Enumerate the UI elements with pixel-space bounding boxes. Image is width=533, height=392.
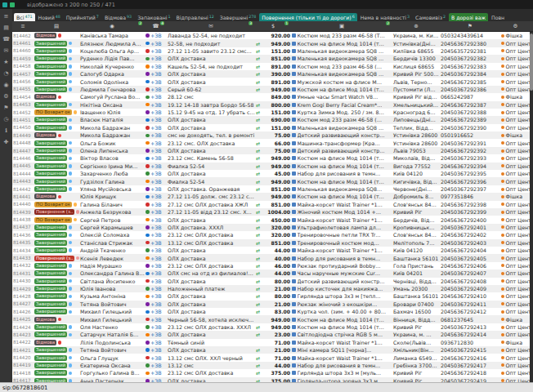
contact-link[interactable]: +ЗВ (145, 339, 167, 346)
table-row[interactable]: 814462ВідмоваКанівська Тамара+ЗВЛаванда … (12, 32, 533, 39)
table-row[interactable]: 814433Повернений (з..Ксенія Леведюк+ЗВОЛ… (12, 254, 533, 261)
table-row[interactable]: 814434ЗавершенийАндрій Ткаченко+ЗВОЛХ до… (12, 247, 533, 254)
call-link[interactable]: +ЗВ (150, 232, 162, 238)
table-row[interactable]: 814428ЗавершенийКузьма Антоніна+ЗВОЛХ до… (12, 292, 533, 300)
table-row[interactable]: 814432ЗавершенийНадія Мурашко+ЗВ23.12 см… (12, 262, 533, 270)
contact-link[interactable]: +ЗВ (145, 201, 167, 208)
table-row[interactable]: 814421ЗавершенийТетяна Войтович+ЗВОЛХ до… (12, 346, 533, 354)
call-link[interactable]: +ЗВ (150, 340, 162, 345)
table-row[interactable]: 814446ЗавершенийВіктор Власов+ЗВ23.12 см… (12, 154, 533, 162)
contact-link[interactable]: +ЗВ (145, 147, 167, 154)
call-link[interactable]: +ЗВ (150, 194, 162, 199)
call-link[interactable]: +ЗВ (150, 278, 162, 284)
star-icon[interactable]: ★ (3, 59, 8, 65)
contact-link[interactable]: +ЗВ (145, 109, 167, 116)
table-row[interactable]: 814418ЗавершенийГоргулько Галина В…+ЗВ23… (12, 369, 533, 376)
table-row[interactable]: 814455ЗавершенийЛюдмила Гончарова+ЗВСеры… (12, 86, 533, 93)
phone-icon[interactable]: ☎ (2, 36, 10, 42)
vertical-scrollbar[interactable] (530, 32, 533, 382)
table-row[interactable]: 814458ЗавершенийНиколай Кучеренко+ЗВКаше… (12, 63, 533, 70)
table-row[interactable]: 814419ЗавершенийЄкатерина Оксана+ЗВ13.12… (12, 362, 533, 369)
filter-tab[interactable]: Відправлені12 (174, 13, 217, 21)
info-icon[interactable]: ℹ (5, 127, 7, 134)
call-link[interactable]: +ЗВ (150, 247, 162, 253)
table-row[interactable]: 814445ЗавершенийСергієнко Ірина Ми…+ЗВФи… (12, 163, 533, 170)
contact-link[interactable]: +ЗВ (145, 270, 167, 277)
column-header-price[interactable]: $1 (255, 21, 291, 31)
call-link[interactable]: +ЗВ (150, 301, 162, 307)
filter-tab[interactable]: Новий48 (36, 13, 63, 21)
call-link[interactable]: +ЗВ (150, 179, 162, 185)
contact-link[interactable]: +ЗВ (145, 323, 167, 331)
contact-link[interactable]: +ЗВ (145, 331, 167, 338)
column-header-region[interactable]: ⊕ (392, 21, 440, 31)
contact-link[interactable]: +ЗВ (145, 32, 167, 39)
table-row[interactable]: 814435ЗавершенийСтаніслав Стрижак+ЗВ13.1… (12, 239, 533, 247)
stats-icon[interactable]: ◔ (3, 70, 8, 77)
filter-tab[interactable]: Повн (489, 13, 507, 21)
table-row[interactable]: 814443ЗавершенийГудзілох Галина+ЗВФиалка… (12, 177, 533, 185)
contact-link[interactable]: +ЗВ (145, 292, 167, 300)
table-row[interactable]: 814422ВідмоваЛілія Подолинська+ЗВТёмный … (12, 339, 533, 346)
table-row[interactable]: 814456ЗавершенийСоломія Одолінка+ЗВОЛХ д… (12, 78, 533, 85)
window-button-2[interactable] (10, 2, 15, 7)
call-link[interactable]: +ЗВ (150, 125, 162, 131)
call-link[interactable]: +ЗВ (150, 332, 162, 337)
call-link[interactable]: +ЗВ (150, 171, 162, 176)
call-link[interactable]: +ЗВ (150, 64, 162, 69)
filter-tab[interactable]: В дорозі важ (449, 13, 488, 21)
table-row[interactable]: 814453ЗавершенийНікітіна Оксана+ЗВ19.12 … (12, 101, 533, 109)
call-link[interactable]: +ЗВ (150, 309, 162, 314)
filter-tab[interactable]: Повернення (тільки ті до дороги)6 (259, 13, 356, 21)
contact-link[interactable]: +ЗВ (145, 139, 167, 146)
table-row[interactable]: 814423ЗавершенийСатарчук Наталія Б…+ЗВОЛ… (12, 331, 533, 338)
table-row[interactable]: 814420ЗавершенийОльга Глущук+ЗВ13.12 смс… (12, 354, 533, 361)
scrollbar-thumb[interactable] (530, 33, 533, 91)
call-link[interactable]: +ЗВ (150, 87, 162, 92)
table-row[interactable]: 814444ЗавершенийЗахарченко Люба+ЗВОЛХ до… (12, 170, 533, 177)
filter-tab[interactable]: Нема в наявності3 (358, 13, 412, 21)
contact-link[interactable]: +ЗВ (145, 301, 167, 308)
call-link[interactable]: +ЗВ (150, 132, 162, 138)
contact-link[interactable]: +ЗВ (145, 224, 167, 231)
settings-icon[interactable]: ⚙ (3, 93, 8, 100)
call-link[interactable]: +ЗВ (150, 33, 162, 38)
table-row[interactable]: 814441ВідмоваЮлія Крищук+ЗВ27.12 11-05 д… (12, 193, 533, 200)
contact-link[interactable]: +ЗВ (145, 247, 167, 254)
table-row[interactable]: 814460ЗавершенийКоцелюба Ольга Ар…+ЗВ27.… (12, 47, 533, 55)
call-link[interactable]: +ЗВ (150, 370, 162, 376)
contact-link[interactable]: +ЗВ (145, 39, 167, 47)
call-link[interactable]: +ЗВ (150, 94, 162, 100)
call-link[interactable]: +ЗВ (150, 347, 162, 353)
table-row[interactable]: 814440ПО Возврат окГалина Біланич+ЗВ27.1… (12, 201, 533, 208)
column-header-order-id[interactable]: ≡ (12, 21, 34, 31)
call-link[interactable]: +ЗВ (150, 79, 162, 85)
contact-link[interactable]: +ЗВ (145, 346, 167, 354)
table-row[interactable]: 814431ЗавершенийОлександра Галина В…+ЗВО… (12, 270, 533, 277)
contact-link[interactable]: +ЗВ (145, 170, 167, 177)
call-link[interactable]: +ЗВ (150, 217, 162, 223)
column-header-order-note[interactable]: ✉3 (167, 21, 255, 31)
menu-icon[interactable]: ≡ (4, 13, 9, 20)
contact-link[interactable]: +ЗВ (145, 239, 167, 247)
call-link[interactable]: +ЗВ (150, 155, 162, 161)
call-link[interactable]: +ЗВ (150, 148, 162, 154)
call-link[interactable]: +ЗВ (150, 225, 162, 230)
contact-link[interactable]: +ЗВ (145, 177, 167, 185)
filter-tab[interactable]: Запаковані1 (135, 13, 172, 21)
table-row[interactable]: 814457ЗавершенийСалогуб Одарка+ЗВОЛХ дос… (12, 70, 533, 78)
column-header-contact-link[interactable]: ☎4 (145, 21, 167, 31)
table-row[interactable]: 814429ЗавершенийЮлія Іванова+ЗВНаложенны… (12, 285, 533, 292)
clock-icon[interactable]: ◷ (3, 116, 8, 122)
flag-icon[interactable]: ⚑ (3, 105, 8, 111)
table-row[interactable]: 814449ВідмоваМикола Бадражан+ЗВсмс не до… (12, 131, 533, 139)
table-row[interactable]: 814426ЗавершенийМихаил Гилецький+ЗВОЛХ д… (12, 308, 533, 315)
call-link[interactable]: +ЗВ (150, 263, 162, 269)
filter-tab[interactable]: Всі471 (14, 13, 35, 21)
table-row[interactable]: 814442ЗавершенийУляна Мусійовська+ЗВОЛХ … (12, 185, 533, 193)
contact-link[interactable]: +ЗВ (145, 55, 167, 62)
column-header-product[interactable]: ▣2 (291, 21, 392, 31)
call-link[interactable]: +ЗВ (150, 324, 162, 330)
call-link[interactable]: +ЗВ (150, 202, 162, 207)
call-link[interactable]: +ЗВ (150, 270, 162, 276)
